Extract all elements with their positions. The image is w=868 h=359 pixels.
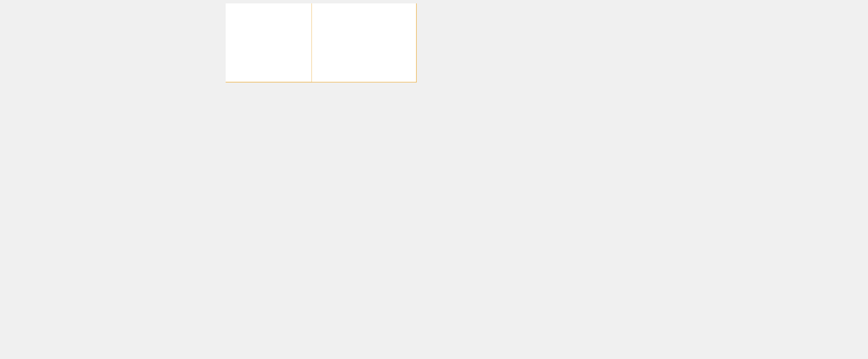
commitment-form: I HAVE CALLED YOU Friends Stewardship 20… <box>226 3 417 82</box>
left-section: I HAVE CALLED YOU Friends Stewardship 20… <box>226 3 312 82</box>
form-section: Name(s) John and Jane Doe Address 123 Ma… <box>226 3 307 79</box>
checkbox-rows: Please send information on how to simpli… <box>226 3 307 8</box>
right-section: I HAVE CALLED YOU Friends Stewardship 20… <box>312 3 416 82</box>
endowment-checkbox-row: X Please send information on the church'… <box>226 4 307 8</box>
